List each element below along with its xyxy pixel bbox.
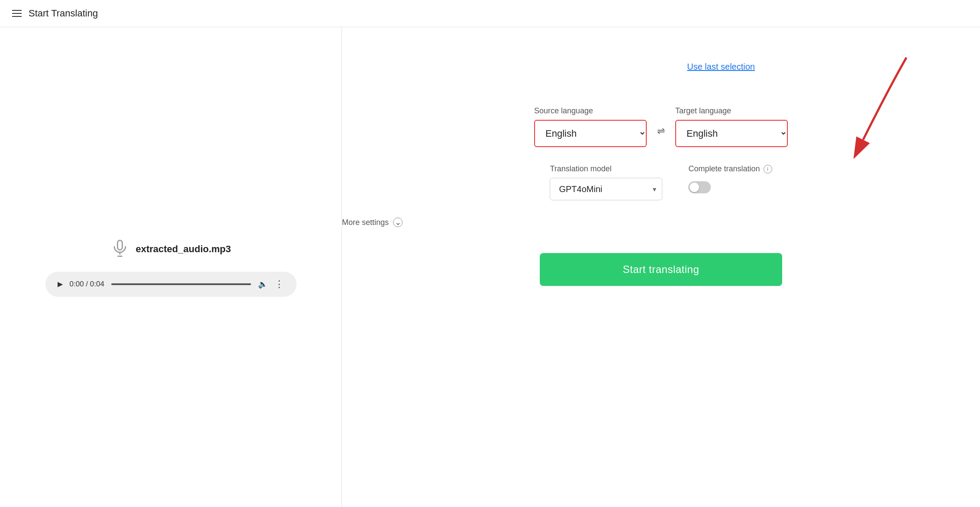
translation-model-label: Translation model xyxy=(550,164,662,173)
model-select-wrapper: GPT4oMini GPT4o GPT3.5Turbo ▾ xyxy=(550,178,662,200)
translation-model-group: Translation model GPT4oMini GPT4o GPT3.5… xyxy=(550,164,662,200)
main-layout: extracted_audio.mp3 ▶ 0:00 / 0:04 🔈 ⋮ xyxy=(0,27,980,507)
source-language-group: Source language English xyxy=(534,106,647,147)
complete-translation-toggle[interactable] xyxy=(688,181,711,193)
translation-model-select[interactable]: GPT4oMini GPT4o GPT3.5Turbo xyxy=(550,178,662,200)
more-options-button[interactable]: ⋮ xyxy=(274,279,284,290)
play-button[interactable]: ▶ xyxy=(58,280,63,288)
audio-player: ▶ 0:00 / 0:04 🔈 ⋮ xyxy=(45,272,297,297)
audio-title-row: extracted_audio.mp3 xyxy=(110,239,231,260)
source-language-label: Source language xyxy=(534,106,647,116)
time-display: 0:00 / 0:04 xyxy=(70,280,104,289)
source-language-select[interactable]: English xyxy=(534,120,647,147)
target-language-label: Target language xyxy=(675,106,788,116)
annotation-arrow xyxy=(828,53,924,166)
content-area: Use last selection Source language Engli… xyxy=(342,62,980,286)
more-settings-label: More settings xyxy=(342,218,389,227)
complete-translation-group: Complete translation i xyxy=(688,164,772,193)
target-language-group: Target language English xyxy=(675,106,788,147)
hamburger-menu[interactable] xyxy=(12,10,22,17)
info-icon[interactable]: i xyxy=(764,165,772,173)
settings-row: Translation model GPT4oMini GPT4o GPT3.5… xyxy=(550,164,772,200)
left-panel: extracted_audio.mp3 ▶ 0:00 / 0:04 🔈 ⋮ xyxy=(0,27,342,507)
top-link-row: Use last selection xyxy=(342,62,980,98)
audio-container: extracted_audio.mp3 ▶ 0:00 / 0:04 🔈 ⋮ xyxy=(45,239,297,297)
svg-rect-0 xyxy=(118,240,122,250)
header: Start Translating xyxy=(0,0,980,27)
right-panel: Use last selection Source language Engli… xyxy=(342,27,980,507)
toggle-knob xyxy=(690,183,699,192)
swap-languages-icon[interactable]: ⇌ xyxy=(657,125,665,137)
start-translating-button[interactable]: Start translating xyxy=(540,253,782,286)
audio-filename: extracted_audio.mp3 xyxy=(135,244,231,255)
progress-bar[interactable] xyxy=(111,283,251,285)
volume-icon[interactable]: 🔈 xyxy=(258,279,268,289)
complete-translation-label: Complete translation xyxy=(688,164,760,173)
complete-label-row: Complete translation i xyxy=(688,164,772,173)
language-selection-row: Source language English ⇌ Target languag… xyxy=(534,106,788,147)
target-language-select[interactable]: English xyxy=(675,120,788,147)
page-title: Start Translating xyxy=(29,8,98,19)
use-last-selection-link[interactable]: Use last selection xyxy=(687,62,755,72)
mic-icon xyxy=(110,239,129,260)
more-settings-row[interactable]: More settings ⌄ xyxy=(342,218,403,227)
more-settings-chevron-icon: ⌄ xyxy=(393,218,403,227)
